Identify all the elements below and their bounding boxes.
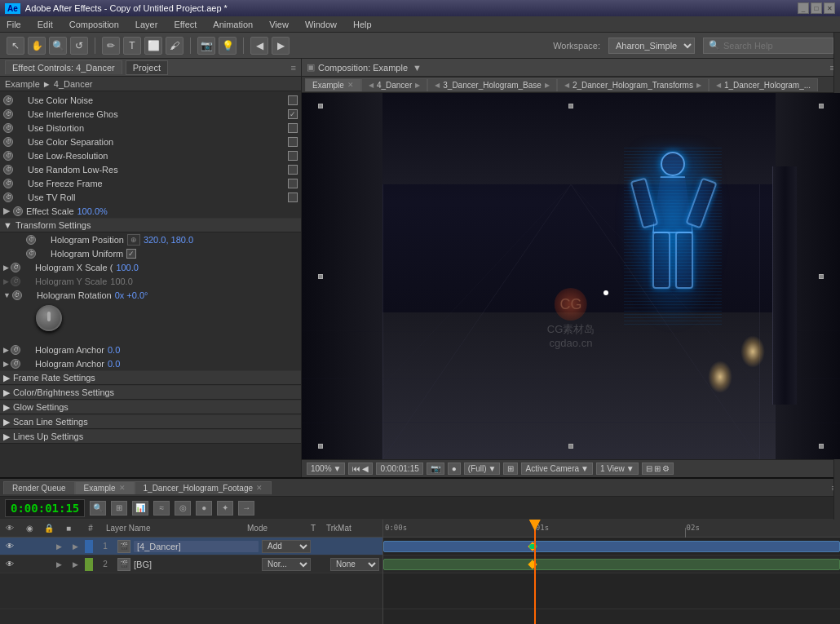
menu-view[interactable]: View bbox=[266, 20, 292, 29]
value-hologram-xscale[interactable]: 100.0 bbox=[116, 263, 139, 272]
tool-text[interactable]: T bbox=[123, 37, 141, 55]
tl-btn-stagger[interactable]: ⊞ bbox=[111, 501, 127, 516]
layer-2-expand2[interactable]: ▶ bbox=[69, 560, 82, 569]
camera-icon-btn[interactable]: 📷 bbox=[427, 462, 444, 475]
value-effect-scale[interactable]: 100.0% bbox=[77, 206, 108, 216]
menu-window[interactable]: Window bbox=[302, 20, 340, 29]
tool-hand[interactable]: ✋ bbox=[28, 37, 46, 55]
timecode-footer[interactable]: 0:00:01:15 bbox=[376, 462, 422, 475]
value-hologram-anchor-1[interactable]: 0.0 bbox=[108, 345, 120, 355]
playhead[interactable] bbox=[534, 520, 536, 624]
tl-btn-render[interactable]: ● bbox=[196, 501, 212, 516]
tool-arrow[interactable]: ↖ bbox=[7, 37, 24, 55]
cb-interference[interactable]: ✓ bbox=[288, 109, 298, 119]
cb-freeze[interactable] bbox=[288, 179, 298, 188]
cb-low-res[interactable] bbox=[288, 151, 298, 161]
corner-handle-tl[interactable] bbox=[318, 104, 323, 108]
view-mode-select[interactable]: 1 View ▼ bbox=[596, 462, 639, 475]
menu-edit[interactable]: Edit bbox=[34, 20, 56, 29]
section-frame-rate[interactable]: ▶ Frame Rate Settings bbox=[0, 370, 301, 385]
prev-frame-icon[interactable]: ◀ bbox=[362, 464, 369, 473]
tl-search-icon[interactable]: 🔍 bbox=[90, 501, 106, 516]
section-color-brightness[interactable]: ▶ Color/Brightness Settings bbox=[0, 385, 301, 400]
stopwatch-holo-xscale[interactable]: ⏱ bbox=[11, 263, 20, 272]
tool-camera[interactable]: 📷 bbox=[197, 37, 215, 55]
corner-handle-br[interactable] bbox=[819, 444, 824, 449]
cb-color-noise[interactable] bbox=[288, 95, 298, 105]
grid-btn[interactable]: ⊟ bbox=[646, 464, 652, 473]
comp-tab-3dancer[interactable]: ◀ 3_Dancer_Hologram_Base ▶ bbox=[427, 78, 557, 91]
value-hologram-rotation[interactable]: 0x +0.0° bbox=[115, 290, 148, 300]
tool-brush[interactable]: 🖌 bbox=[166, 37, 183, 55]
tab-effect-controls[interactable]: Effect Controls: 4_Dancer bbox=[5, 60, 122, 74]
tool-shape[interactable]: ⬜ bbox=[144, 37, 162, 55]
rotation-knob[interactable] bbox=[36, 305, 62, 331]
expand-btn[interactable]: ⊞ bbox=[654, 464, 661, 473]
stopwatch-holo-pos[interactable]: ⏱ bbox=[26, 235, 36, 245]
cb-random-low[interactable] bbox=[288, 165, 298, 175]
value-hologram-anchor-2[interactable]: 0.0 bbox=[108, 359, 120, 369]
tl-btn-motion-blur[interactable]: ≈ bbox=[153, 501, 170, 516]
value-hologram-position[interactable]: 320.0, 180.0 bbox=[144, 235, 193, 245]
resolution-control[interactable]: (Full) ▼ bbox=[464, 462, 501, 475]
settings-btn[interactable]: ⚙ bbox=[662, 464, 670, 473]
track-bar-1[interactable] bbox=[383, 541, 840, 552]
layer-1-eye[interactable]: 👁 bbox=[3, 542, 16, 551]
stopwatch-holo-uniform[interactable]: ⏱ bbox=[26, 249, 36, 259]
tab-project[interactable]: Project bbox=[126, 60, 168, 75]
corner-handle-mr[interactable] bbox=[819, 274, 824, 279]
stopwatch-holo-rotation[interactable]: ⏱ bbox=[12, 290, 22, 300]
comp-tab-1dancer[interactable]: ◀ 1_Dancer_Hologram_... bbox=[709, 78, 818, 91]
layer-1-expand2[interactable]: ▶ bbox=[69, 542, 82, 551]
camera-select[interactable]: Active Camera ▼ bbox=[521, 462, 592, 475]
stopwatch-effect-scale[interactable]: ⏱ bbox=[13, 206, 23, 216]
layer-2-eye[interactable]: 👁 bbox=[3, 560, 16, 569]
grid-icon[interactable]: ⊞ bbox=[503, 462, 518, 475]
menu-layer[interactable]: Layer bbox=[132, 20, 161, 29]
close-button[interactable]: ✕ bbox=[824, 2, 835, 14]
timeline-timecode[interactable]: 0:00:01:15 bbox=[5, 499, 85, 517]
cb-hologram-uniform[interactable]: ✓ bbox=[126, 249, 136, 259]
layer-2-trkmat-select[interactable]: None Alpha Matte Alpha Inverted bbox=[330, 558, 379, 571]
section-scan-line[interactable]: ▶ Scan Line Settings bbox=[0, 414, 301, 429]
section-transform-settings[interactable]: ▼ Transform Settings bbox=[0, 218, 301, 232]
stopwatch-random-low[interactable]: ⏱ bbox=[3, 165, 13, 175]
timeline-tab-example[interactable]: Example ✕ bbox=[75, 481, 135, 494]
tool-rotate[interactable]: ↺ bbox=[70, 37, 88, 55]
layer-1-name[interactable]: [4_Dancer] bbox=[134, 541, 259, 552]
layer-2-name[interactable]: [BG] bbox=[134, 560, 259, 569]
tl-btn-dof[interactable]: ◎ bbox=[175, 501, 191, 516]
cb-tv-roll[interactable] bbox=[288, 193, 298, 202]
stopwatch-holo-anchor1[interactable]: ⏱ bbox=[11, 345, 20, 355]
maximize-button[interactable]: □ bbox=[811, 2, 822, 14]
stopwatch-tv-roll[interactable]: ⏱ bbox=[3, 193, 13, 202]
menu-help[interactable]: Help bbox=[350, 20, 375, 29]
corner-handle-bm[interactable] bbox=[568, 444, 573, 449]
menu-file[interactable]: File bbox=[3, 20, 24, 29]
minimize-button[interactable]: _ bbox=[798, 2, 809, 14]
panel-menu-icon[interactable]: ≡ bbox=[291, 63, 296, 73]
cb-color-sep[interactable] bbox=[288, 137, 298, 147]
timeline-tab-1dancer-footage[interactable]: 1_Dancer_Hologram_Footage ✕ bbox=[135, 481, 272, 494]
comp-panel-arrow[interactable]: ▼ bbox=[413, 63, 422, 73]
stopwatch-holo-anchor2[interactable]: ⏱ bbox=[11, 359, 20, 369]
menu-composition[interactable]: Composition bbox=[66, 20, 122, 29]
tool-light[interactable]: 💡 bbox=[219, 37, 237, 55]
menu-effect[interactable]: Effect bbox=[170, 20, 200, 29]
search-help-input[interactable] bbox=[723, 41, 828, 51]
render-icon[interactable]: ● bbox=[448, 462, 461, 475]
stopwatch-holo-yscale[interactable]: ⏱ bbox=[11, 277, 20, 286]
corner-handle-tm[interactable] bbox=[568, 104, 573, 108]
zoom-control[interactable]: 100% ▼ bbox=[307, 462, 345, 475]
timeline-tab-render-queue[interactable]: Render Queue bbox=[3, 481, 75, 494]
tab-example-close[interactable]: ✕ bbox=[119, 484, 126, 492]
tool-pen[interactable]: ✏ bbox=[102, 37, 120, 55]
layer-row-1[interactable]: 👁 ▶ ▶ 1 🎬 [4_Dancer] Add Normal Multiply… bbox=[0, 538, 382, 555]
layer-row-2[interactable]: 👁 ▶ ▶ 2 🎬 [BG] Nor... Normal Add None Al… bbox=[0, 555, 382, 573]
stopwatch-interference[interactable]: ⏱ bbox=[3, 109, 13, 119]
workspace-select[interactable]: Aharon_Simple Default Standard bbox=[608, 38, 695, 54]
layer-1-expand[interactable]: ▶ bbox=[52, 542, 65, 551]
stopwatch-freeze[interactable]: ⏱ bbox=[3, 179, 13, 188]
stopwatch-distortion[interactable]: ⏱ bbox=[3, 123, 13, 133]
corner-handle-bl[interactable] bbox=[318, 444, 323, 449]
